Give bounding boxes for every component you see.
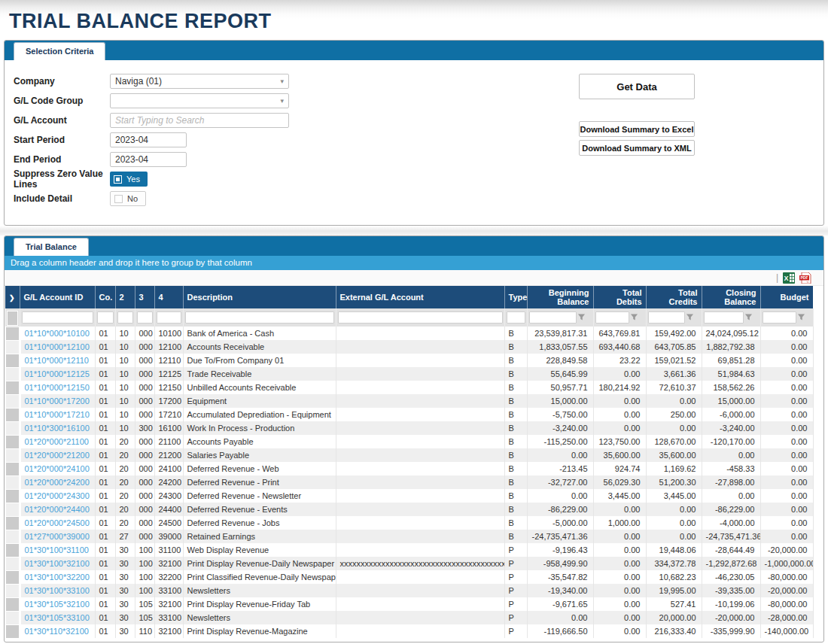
account-id-link[interactable]: 01*10*000*12125: [25, 369, 90, 378]
code-group-label: G/L Code Group: [14, 96, 110, 106]
company-select[interactable]: Naviga (01) ▾: [110, 74, 289, 89]
account-id-link[interactable]: 01*20*000*24200: [25, 478, 90, 487]
filter-input-external[interactable]: [338, 311, 503, 324]
download-xml-button[interactable]: Download Summary to XML: [579, 140, 695, 156]
filter-input-description[interactable]: [185, 311, 334, 324]
filter-input-account_id[interactable]: [22, 311, 93, 324]
row-handle[interactable]: [5, 381, 20, 394]
suppress-zero-toggle[interactable]: Yes: [110, 172, 148, 187]
account-id-link[interactable]: 01*30*100*31100: [25, 545, 89, 554]
row-handle[interactable]: [5, 354, 20, 367]
row-handle[interactable]: [5, 584, 20, 597]
account-id-link[interactable]: 01*30*100*32200: [25, 573, 90, 582]
account-id-link[interactable]: 01*30*100*32100: [25, 559, 90, 568]
row-handle[interactable]: [5, 475, 20, 489]
column-header-c4[interactable]: 4: [154, 286, 183, 308]
row-handle[interactable]: [5, 448, 20, 462]
account-id-link[interactable]: 01*30*105*33100: [25, 613, 90, 622]
row-handle[interactable]: [5, 435, 20, 448]
row-handle[interactable]: [5, 421, 20, 435]
row-handle[interactable]: [5, 462, 20, 475]
column-header-account_id[interactable]: G/L Account ID: [20, 286, 95, 308]
filter-icon[interactable]: [577, 313, 587, 323]
filter-input-beginning_balance[interactable]: [529, 311, 577, 324]
cell-beginning_balance: -86,229.00: [527, 503, 593, 516]
row-handle[interactable]: [5, 543, 20, 557]
column-header-budget[interactable]: Budget: [760, 286, 813, 308]
row-handle[interactable]: [5, 570, 20, 584]
row-handle[interactable]: [5, 408, 20, 421]
svg-text:X: X: [784, 275, 788, 282]
filter-input-total_credits[interactable]: [648, 311, 685, 324]
table-row: 01*30*100*32200013010032200Print Classif…: [5, 570, 813, 584]
filter-icon[interactable]: [629, 313, 640, 323]
code-group-select[interactable]: ▾: [110, 93, 289, 108]
account-id-link[interactable]: 01*20*000*21100: [25, 437, 89, 446]
account-id-link[interactable]: 01*10*000*12150: [25, 383, 90, 392]
account-id-link[interactable]: 01*20*000*21200: [25, 451, 90, 460]
column-header-co[interactable]: Co.: [95, 286, 115, 308]
include-detail-toggle[interactable]: No: [110, 191, 146, 206]
filter-input-total_debits[interactable]: [595, 311, 629, 324]
filter-icon[interactable]: [744, 313, 754, 323]
filter-input-type[interactable]: [507, 311, 525, 324]
account-id-link[interactable]: 01*10*000*17210: [25, 410, 90, 419]
start-period-input[interactable]: [110, 132, 187, 147]
account-id-link[interactable]: 01*20*000*24100: [25, 464, 90, 473]
cell-beginning_balance: -119,666.50: [527, 624, 593, 638]
group-by-drop-zone[interactable]: Drag a column header and drop it here to…: [5, 256, 823, 270]
account-id-link[interactable]: 01*10*000*12110: [25, 356, 89, 365]
expand-all-header[interactable]: ❯: [5, 286, 20, 308]
end-period-input[interactable]: [110, 152, 187, 167]
account-id-link[interactable]: 01*20*000*24400: [25, 505, 90, 514]
row-handle[interactable]: [5, 340, 20, 354]
column-header-total_debits[interactable]: Total Debits: [593, 286, 646, 308]
column-header-closing_balance[interactable]: Closing Balance: [702, 286, 760, 308]
row-handle[interactable]: [5, 503, 20, 516]
cell-account_id: 01*10*000*12150: [20, 381, 95, 394]
column-header-total_credits[interactable]: Total Credits: [646, 286, 702, 308]
account-id-link[interactable]: 01*30*110*32100: [25, 627, 89, 636]
filter-input-co[interactable]: [97, 311, 114, 324]
tab-trial-balance[interactable]: Trial Balance: [14, 238, 89, 256]
column-header-external[interactable]: External G/L Account: [336, 286, 504, 308]
column-header-c3[interactable]: 3: [135, 286, 154, 308]
account-id-link[interactable]: 01*10*000*17200: [25, 396, 90, 406]
row-handle[interactable]: [5, 624, 20, 638]
column-header-type[interactable]: Type: [504, 286, 527, 308]
column-header-description[interactable]: Description: [183, 286, 336, 308]
tab-selection-criteria[interactable]: Selection Criteria: [14, 42, 105, 60]
download-excel-button[interactable]: Download Summary to Excel: [579, 121, 695, 137]
row-handle[interactable]: [5, 367, 20, 381]
filter-icon[interactable]: [685, 313, 696, 323]
filter-icon[interactable]: [796, 313, 807, 323]
row-handle[interactable]: [5, 530, 20, 543]
account-id-link[interactable]: 01*20*000*24500: [25, 518, 90, 527]
account-id-link[interactable]: 01*30*105*32100: [25, 600, 90, 609]
row-handle[interactable]: [5, 611, 20, 624]
cell-budget: -80,000.00: [760, 597, 813, 611]
account-id-link[interactable]: 01*10*300*16100: [25, 424, 90, 433]
account-id-link[interactable]: 01*30*100*33100: [25, 586, 90, 595]
filter-input-budget[interactable]: [763, 311, 796, 324]
account-id-link[interactable]: 01*10*000*12100: [25, 342, 90, 351]
column-header-c2[interactable]: 2: [115, 286, 135, 308]
filter-input-c4[interactable]: [157, 311, 181, 324]
get-data-button[interactable]: Get Data: [579, 74, 695, 99]
account-id-link[interactable]: 01*27*000*39000: [25, 532, 90, 541]
row-handle[interactable]: [5, 516, 20, 530]
excel-export-icon[interactable]: X: [783, 272, 795, 284]
account-id-link[interactable]: 01*20*000*24300: [25, 491, 90, 500]
row-handle[interactable]: [5, 489, 20, 503]
column-header-beginning_balance[interactable]: Beginning Balance: [527, 286, 593, 308]
account-search-input[interactable]: [110, 113, 289, 128]
filter-input-closing_balance[interactable]: [704, 311, 744, 324]
row-handle[interactable]: [5, 394, 20, 408]
pdf-export-icon[interactable]: PDF: [799, 272, 811, 284]
account-id-link[interactable]: 01*10*000*10100: [25, 329, 90, 338]
filter-input-c2[interactable]: [117, 311, 133, 324]
row-handle[interactable]: [5, 597, 20, 611]
row-handle[interactable]: [5, 557, 20, 570]
row-handle[interactable]: [5, 327, 20, 340]
filter-input-c3[interactable]: [137, 311, 153, 324]
